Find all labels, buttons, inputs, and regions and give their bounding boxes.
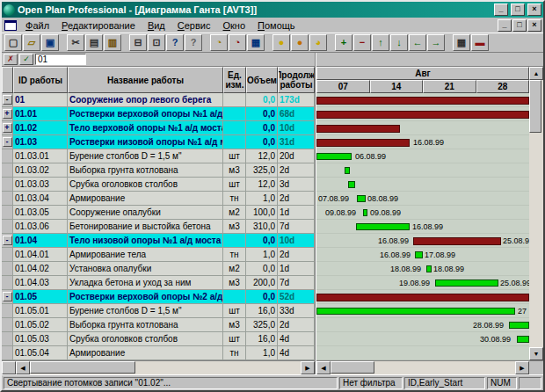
task-bar[interactable] [517,336,529,343]
column-header-volume[interactable]: Объем [246,67,278,93]
child-restore-button[interactable]: □ [512,19,527,32]
delete-activity-button[interactable]: − [353,34,371,51]
scroll-right-icon[interactable]: ▶ [301,361,315,374]
outdent-button[interactable]: ← [409,34,426,51]
menu-item[interactable]: Файл [19,19,55,32]
table-hscroll-thumb[interactable] [30,361,135,374]
summary-bar[interactable] [316,294,529,301]
collapse-button[interactable]: - [3,236,12,245]
table-row-01.05.03[interactable]: 01.05.03Срубка оголовков столбовшт16,04d [2,332,315,346]
summary-bar[interactable] [316,97,529,105]
copy-button[interactable]: ▤ [85,34,103,51]
gantt-hscroll-track[interactable] [331,361,515,374]
table-row-01.03.05[interactable]: 01.03.05Сооружение опалубким2100,01d [2,206,315,220]
edit-accept-button[interactable]: ✓ [19,54,33,65]
table-row-01.04.03[interactable]: 01.04.03Укладка бетона и уход за нимм320… [2,276,315,290]
add-activity-button[interactable]: + [335,34,352,51]
column-header-duration[interactable]: Продолж. работы [278,67,315,93]
task-bar[interactable] [426,265,432,272]
table-row-01[interactable]: -01Сооружение опор левого берега0,0173d [2,93,315,107]
task-bar[interactable] [363,209,367,216]
table-row-01.04.01[interactable]: 01.04.01Армирование телатн1,02d [2,248,315,262]
task-bar[interactable] [316,308,515,315]
menu-item[interactable]: Помощь [251,19,302,32]
menu-item[interactable]: Сервис [171,19,217,32]
new-file-button[interactable]: ▢ [4,34,22,51]
table-hscroll-track[interactable] [30,361,301,374]
edit-cancel-button[interactable]: ✗ [4,54,18,65]
gantt-hscroll-thumb[interactable] [331,361,374,374]
table-row-01.04[interactable]: -01.04Тело низовой опоры №1 а/д моста0,0… [2,234,315,248]
table-row-01.05.04[interactable]: 01.05.04Армированиетн1,04d [2,346,315,360]
task-bar[interactable] [316,153,352,160]
table-row-01.02[interactable]: +01.02Тело верховой опоры №1 а/д моста0,… [2,121,315,135]
gantt-vscroll-thumb[interactable] [529,80,541,133]
task-bar[interactable] [356,223,410,230]
child-close-button[interactable]: × [527,19,541,32]
save-button[interactable]: ▣ [41,34,59,51]
task-bar[interactable] [345,167,350,174]
indent-button[interactable]: → [427,34,445,51]
scroll-up-icon[interactable]: ▲ [529,67,543,80]
collapse-button[interactable]: - [3,95,12,105]
spreadsheet-view-button[interactable]: ▦ [453,34,470,51]
pane-split-button[interactable] [2,361,16,374]
gantt-vscroll-track[interactable] [529,80,543,347]
scroll-left-icon[interactable]: ◀ [16,361,30,374]
task-bar[interactable] [357,195,366,202]
column-header-name[interactable]: Название работы [68,67,223,93]
paste-button[interactable]: ▥ [104,34,121,51]
cut-button[interactable]: ✂ [67,34,84,51]
expand-button[interactable]: + [3,109,12,119]
table-row-01.05.02[interactable]: 01.05.02Выборка грунта котлованам3325,02… [2,318,315,332]
summary-bar[interactable] [316,139,410,147]
table-row-01.05[interactable]: -01.05Ростверки верховой опоры №2 а/д0,0… [2,290,315,304]
table-row-01.03.03[interactable]: 01.03.03Срубка оголовков столбовшт12,03d [2,178,315,192]
resource-scheduling-button[interactable]: ● [291,34,309,51]
restore-button[interactable]: □ [511,4,525,16]
expand-button[interactable]: + [3,123,12,133]
table-row-01.01[interactable]: +01.01Ростверки верховой опоры №1 а/д0,0… [2,107,315,121]
help-button[interactable]: ? [166,34,184,51]
menu-item[interactable]: Окно [216,19,251,32]
move-down-button[interactable]: ↓ [390,34,408,51]
scroll-down-icon[interactable]: ▼ [529,347,543,360]
calendar-button[interactable]: ▦ [247,34,265,51]
time-analysis-button[interactable]: ● [272,34,290,51]
summary-bar[interactable] [316,125,400,133]
summary-bar[interactable] [316,111,529,119]
print-button[interactable]: ⊟ [129,34,147,51]
summary-bar[interactable] [413,237,501,245]
task-bar[interactable] [415,251,423,258]
move-up-button[interactable]: ↑ [372,34,389,51]
open-file-button[interactable]: ▱ [23,34,40,51]
scroll-right-icon[interactable]: ▶ [515,361,529,374]
table-row-01.03[interactable]: -01.03Ростверки низовой опоры №1 а/д м0,… [2,135,315,149]
table-row-01.05.01[interactable]: 01.05.01Бурение столбов D = 1,5 м"шт16,0… [2,304,315,318]
child-window-icon[interactable] [4,20,17,31]
table-row-01.03.02[interactable]: 01.03.02Выборка грунта котлованам3325,02… [2,163,315,178]
column-header-id[interactable]: ID работы [13,67,68,93]
column-header-unit[interactable]: Ед. изм. [223,67,246,93]
table-row-01.04.02[interactable]: 01.04.02Установка опалубким20,01d [2,262,315,276]
context-help-button[interactable]: ? [185,34,202,51]
time-now-clock-button[interactable]: ◔ [210,34,228,51]
table-row-01.03.06[interactable]: 01.03.06Бетонирование и выстойка бетонам… [2,220,315,234]
gantt-view-button[interactable]: ▬ [471,34,489,51]
close-button[interactable]: × [527,4,541,16]
task-bar[interactable] [348,181,355,188]
menu-item[interactable]: Вид [142,19,171,32]
task-bar[interactable] [435,279,498,287]
status-date-clock-button[interactable]: ◔ [229,34,246,51]
collapse-button[interactable]: - [3,137,12,147]
collapse-button[interactable]: - [3,292,12,301]
table-row-01.03.04[interactable]: 01.03.04Армированиетн1,02d [2,192,315,206]
table-row-01.03.01[interactable]: 01.03.01Бурение столбов D = 1,5 м"шт12,0… [2,149,315,163]
minimize-button[interactable]: _ [494,4,508,16]
menu-item[interactable]: Редактирование [55,19,142,32]
child-minimize-button[interactable]: _ [498,19,512,32]
task-bar[interactable] [509,322,529,329]
print-preview-button[interactable]: ⊡ [148,34,165,51]
cost-analysis-button[interactable]: ◕ [309,34,327,51]
edit-cell-input[interactable] [35,54,86,65]
